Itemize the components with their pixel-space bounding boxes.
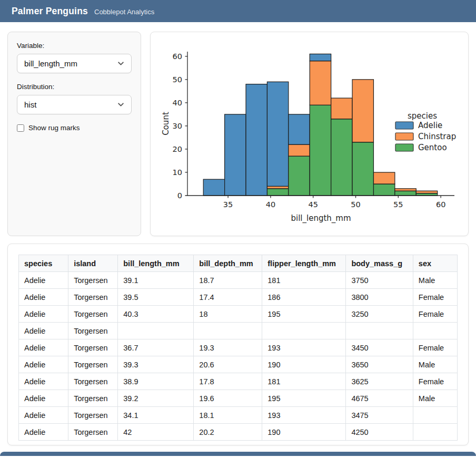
distribution-select[interactable]: hist [17, 95, 132, 114]
data-table: speciesislandbill_length_mmbill_depth_mm… [18, 255, 458, 441]
legend-swatch-gentoo [395, 144, 413, 151]
table-row: AdelieTorgersen39.320.61903650Male [19, 356, 458, 373]
app-header: Palmer Penguins Cobblepot Analytics [0, 0, 476, 22]
table-cell: Adelie [19, 424, 68, 441]
table-cell: 39.5 [118, 289, 194, 306]
table-cell: 4250 [346, 424, 413, 441]
table-cell: Male [413, 356, 457, 373]
table-cell: Torgersen [68, 424, 118, 441]
table-cell: 39.1 [118, 272, 194, 289]
legend-title: species [408, 111, 437, 121]
histogram-svg: 3540455055600102030405060bill_length_mmC… [151, 32, 468, 236]
x-tick-label: 50 [351, 200, 360, 209]
bar-segment-gentoo [267, 189, 288, 196]
bar-segment-adelie [203, 179, 224, 196]
y-tick-label: 0 [177, 191, 182, 200]
table-cell: 42 [118, 424, 194, 441]
bar-segment-chinstrap [331, 98, 352, 119]
table-cell: 190 [262, 356, 346, 373]
x-axis-title: bill_length_mm [291, 213, 351, 223]
table-body: AdelieTorgersen39.118.71813750MaleAdelie… [19, 272, 458, 441]
table-cell: Adelie [19, 289, 68, 306]
bar-segment-adelie [246, 84, 267, 196]
table-cell: 18.1 [194, 407, 262, 424]
bar-segment-adelie [267, 82, 288, 186]
bar-segment-gentoo [373, 184, 394, 196]
app-title: Palmer Penguins [12, 6, 88, 17]
table-row: AdelieTorgersen39.118.71813750Male [19, 272, 458, 289]
controls-sidebar: Variable: bill_length_mm Distribution: h… [7, 32, 141, 236]
bar-segment-gentoo [352, 142, 373, 196]
table-cell: Torgersen [68, 339, 118, 356]
table-cell: 20.2 [194, 424, 262, 441]
y-tick-label: 50 [173, 75, 182, 84]
table-cell [262, 323, 346, 339]
table-row: AdelieTorgersen34.118.11933475 [19, 407, 458, 424]
table-cell: 3750 [346, 272, 413, 289]
y-tick-label: 10 [173, 168, 182, 177]
column-header: flipper_length_mm [262, 255, 346, 272]
histogram-card: 3540455055600102030405060bill_length_mmC… [150, 32, 469, 236]
bar-segment-gentoo [310, 105, 331, 196]
table-cell: Adelie [19, 390, 68, 407]
show-rug-checkbox[interactable] [17, 124, 24, 132]
table-cell: 34.1 [118, 407, 194, 424]
column-header: bill_depth_mm [194, 255, 262, 272]
table-cell: 38.9 [118, 373, 194, 390]
table-row: AdelieTorgersen38.917.81813625Female [19, 373, 458, 390]
column-header: sex [413, 255, 457, 272]
table-cell: 190 [262, 424, 346, 441]
y-axis-title: Count [161, 112, 171, 135]
x-tick-label: 55 [393, 200, 403, 209]
x-tick-label: 40 [266, 200, 275, 209]
table-cell [413, 407, 457, 424]
table-cell: Female [413, 289, 457, 306]
bar-segment-chinstrap [373, 172, 394, 184]
table-cell: Torgersen [68, 289, 118, 306]
bar-segment-chinstrap [352, 80, 373, 142]
table-cell: 36.7 [118, 339, 194, 356]
table-row: AdelieTorgersen36.719.31933450Female [19, 339, 458, 356]
table-cell: Torgersen [68, 390, 118, 407]
column-header: species [19, 255, 68, 272]
x-tick-label: 60 [436, 200, 445, 209]
table-cell: Female [413, 373, 457, 390]
table-cell: Adelie [19, 306, 68, 323]
table-header: speciesislandbill_length_mmbill_depth_mm… [19, 255, 458, 272]
table-cell: 19.3 [194, 339, 262, 356]
column-header: bill_length_mm [118, 255, 194, 272]
table-cell: 3450 [346, 339, 413, 356]
table-cell: 4675 [346, 390, 413, 407]
variable-select[interactable]: bill_length_mm [17, 54, 132, 73]
table-cell [413, 424, 457, 441]
legend-swatch-adelie [395, 122, 413, 129]
table-cell: Torgersen [68, 356, 118, 373]
distribution-label: Distribution: [17, 83, 132, 91]
table-cell: Adelie [19, 373, 68, 390]
table-cell [413, 323, 457, 339]
bar-segment-chinstrap [289, 144, 310, 156]
y-tick-label: 40 [173, 99, 182, 107]
table-cell: Female [413, 339, 457, 356]
bar-segment-chinstrap [310, 61, 331, 105]
bar-segment-adelie [289, 114, 310, 144]
bar-segment-gentoo [331, 119, 352, 196]
footer-bar [0, 452, 476, 456]
table-cell: 3250 [346, 306, 413, 323]
table-cell: Adelie [19, 323, 68, 339]
variable-select-value: bill_length_mm [24, 59, 77, 68]
table-cell: 40.3 [118, 306, 194, 323]
bar-segment-chinstrap [416, 191, 437, 193]
table-cell: Male [413, 272, 457, 289]
table-cell: 181 [262, 373, 346, 390]
table-cell: Adelie [19, 339, 68, 356]
table-row: AdelieTorgersen40.3181953250Female [19, 306, 458, 323]
table-cell: 17.8 [194, 373, 262, 390]
y-tick-label: 30 [173, 122, 182, 130]
legend-label-adelie: Adelie [418, 121, 442, 130]
x-tick-label: 45 [308, 200, 318, 209]
bar-segment-chinstrap [267, 186, 288, 188]
bar-segment-adelie [310, 54, 331, 61]
legend-label-chinstrap: Chinstrap [418, 132, 456, 141]
app-subtitle: Cobblepot Analytics [94, 8, 154, 16]
